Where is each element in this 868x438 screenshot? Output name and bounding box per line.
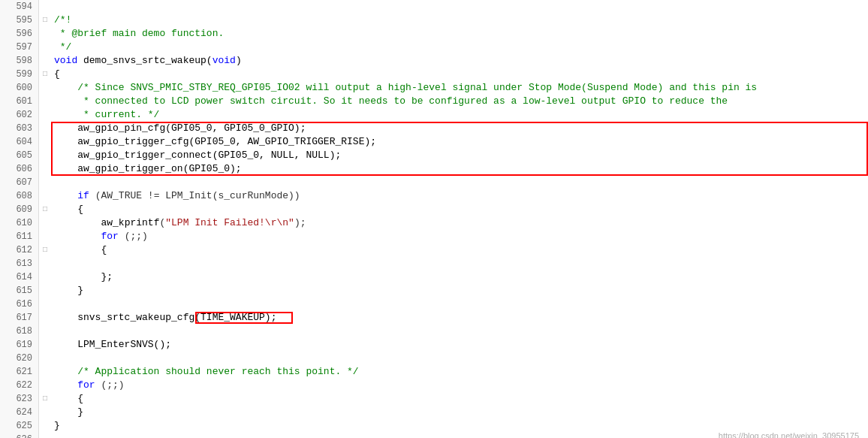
line-number: 608 bbox=[0, 189, 39, 203]
code-line: 618 bbox=[0, 325, 868, 338]
code-text: if (AW_TRUE != LPM_Init(s_curRunMode)) bbox=[51, 189, 868, 203]
code-line: 602 * current. */ bbox=[0, 108, 868, 122]
code-text: /*! bbox=[51, 14, 868, 27]
line-number: 617 bbox=[0, 311, 39, 325]
line-number: 614 bbox=[0, 270, 39, 284]
line-number: 615 bbox=[0, 284, 39, 298]
code-line: 594 bbox=[0, 0, 868, 14]
line-number: 622 bbox=[0, 379, 39, 392]
code-line: 600 /* Since SNVS_PMIC_STBY_REQ_GPI05_IO… bbox=[0, 81, 868, 95]
fold-icon[interactable]: □ bbox=[39, 243, 51, 257]
code-line: 613 bbox=[0, 257, 868, 270]
line-number: 610 bbox=[0, 216, 39, 230]
line-number: 597 bbox=[0, 41, 39, 54]
code-text: aw_gpio_pin_cfg(GPI05_0, GPI05_0_GPIO); bbox=[51, 122, 868, 135]
line-number: 624 bbox=[0, 406, 39, 419]
line-number: 625 bbox=[0, 419, 39, 433]
code-line: 609□ { bbox=[0, 203, 868, 216]
code-text: * current. */ bbox=[51, 108, 868, 122]
code-text: }; bbox=[51, 270, 868, 284]
line-number: 606 bbox=[0, 162, 39, 176]
code-text: /* Application should never reach this p… bbox=[51, 365, 868, 379]
code-text: for (;;) bbox=[51, 379, 868, 392]
fold-icon[interactable]: □ bbox=[39, 203, 51, 216]
code-line: 604 aw_gpio_trigger_cfg(GPI05_0, AW_GPIO… bbox=[0, 135, 868, 149]
line-number: 611 bbox=[0, 230, 39, 243]
code-line: 601 * connected to LCD power switch circ… bbox=[0, 95, 868, 108]
line-number: 605 bbox=[0, 149, 39, 162]
code-text: LPM_EnterSNVS(); bbox=[51, 338, 868, 352]
line-number: 604 bbox=[0, 135, 39, 149]
line-number: 596 bbox=[0, 27, 39, 41]
line-number: 607 bbox=[0, 176, 39, 189]
line-number: 613 bbox=[0, 257, 39, 270]
line-number: 600 bbox=[0, 81, 39, 95]
code-line: 603 aw_gpio_pin_cfg(GPI05_0, GPI05_0_GPI… bbox=[0, 122, 868, 135]
line-number: 619 bbox=[0, 338, 39, 352]
code-text: aw_gpio_trigger_connect(GPI05_0, NULL, N… bbox=[51, 149, 868, 162]
code-text: void demo_snvs_srtc_wakeup(void) bbox=[51, 54, 868, 68]
line-number: 612 bbox=[0, 243, 39, 257]
line-number: 618 bbox=[0, 325, 39, 338]
line-number: 599 bbox=[0, 68, 39, 81]
code-line: 605 aw_gpio_trigger_connect(GPI05_0, NUL… bbox=[0, 149, 868, 162]
code-line: 624 } bbox=[0, 406, 868, 419]
code-line: 597 */ bbox=[0, 41, 868, 54]
line-number: 603 bbox=[0, 122, 39, 135]
line-number: 594 bbox=[0, 0, 39, 14]
code-text: for (;;) bbox=[51, 230, 868, 243]
code-line: 612□ { bbox=[0, 243, 868, 257]
code-line: 622 for (;;) bbox=[0, 379, 868, 392]
code-text: /* Since SNVS_PMIC_STBY_REQ_GPI05_IO02 w… bbox=[51, 81, 868, 95]
code-line: 610 aw_kprintf("LPM Init Failed!\r\n"); bbox=[0, 216, 868, 230]
code-line: 599□{ bbox=[0, 68, 868, 81]
line-number: 626 bbox=[0, 433, 39, 438]
code-text: * connected to LCD power switch circuit.… bbox=[51, 95, 868, 108]
code-text: aw_kprintf("LPM Init Failed!\r\n"); bbox=[51, 216, 868, 230]
code-line: 598void demo_snvs_srtc_wakeup(void) bbox=[0, 54, 868, 68]
code-line: 620 bbox=[0, 352, 868, 365]
code-text: } bbox=[51, 406, 868, 419]
code-line: 617 snvs_srtc_wakeup_cfg(TIME_WAKEUP); bbox=[0, 311, 868, 325]
line-number: 620 bbox=[0, 352, 39, 365]
code-line: 623□ { bbox=[0, 392, 868, 406]
code-line: 615 } bbox=[0, 284, 868, 298]
code-line: 616 bbox=[0, 298, 868, 311]
line-number: 623 bbox=[0, 392, 39, 406]
line-number: 602 bbox=[0, 108, 39, 122]
code-text: * @brief main demo function. bbox=[51, 27, 868, 41]
code-line: 595□/*! bbox=[0, 14, 868, 27]
fold-icon[interactable]: □ bbox=[39, 14, 51, 27]
code-text: aw_gpio_trigger_cfg(GPI05_0, AW_GPIO_TRI… bbox=[51, 135, 868, 149]
line-number: 609 bbox=[0, 203, 39, 216]
line-number: 598 bbox=[0, 54, 39, 68]
code-text: { bbox=[51, 203, 868, 216]
code-line: 619 LPM_EnterSNVS(); bbox=[0, 338, 868, 352]
code-line: 606 aw_gpio_trigger_on(GPI05_0); bbox=[0, 162, 868, 176]
code-text: aw_gpio_trigger_on(GPI05_0); bbox=[51, 162, 868, 176]
code-text: { bbox=[51, 243, 868, 257]
code-text: { bbox=[51, 392, 868, 406]
fold-icon[interactable]: □ bbox=[39, 392, 51, 406]
watermark: https://blog.csdn.net/weixin_30955175 bbox=[719, 431, 859, 438]
line-number: 601 bbox=[0, 95, 39, 108]
code-line: 621 /* Application should never reach th… bbox=[0, 365, 868, 379]
code-editor: 594595□/*!596 * @brief main demo functio… bbox=[0, 0, 868, 438]
code-lines: 594595□/*!596 * @brief main demo functio… bbox=[0, 0, 868, 438]
line-number: 621 bbox=[0, 365, 39, 379]
code-text: */ bbox=[51, 41, 868, 54]
line-number: 616 bbox=[0, 298, 39, 311]
code-text: snvs_srtc_wakeup_cfg(TIME_WAKEUP); bbox=[51, 311, 868, 325]
line-number: 595 bbox=[0, 14, 39, 27]
code-text: } bbox=[51, 284, 868, 298]
code-line: 596 * @brief main demo function. bbox=[0, 27, 868, 41]
code-text: { bbox=[51, 68, 868, 81]
code-line: 607 bbox=[0, 176, 868, 189]
fold-icon[interactable]: □ bbox=[39, 68, 51, 81]
code-line: 614 }; bbox=[0, 270, 868, 284]
code-line: 608 if (AW_TRUE != LPM_Init(s_curRunMode… bbox=[0, 189, 868, 203]
code-line: 611 for (;;) bbox=[0, 230, 868, 243]
